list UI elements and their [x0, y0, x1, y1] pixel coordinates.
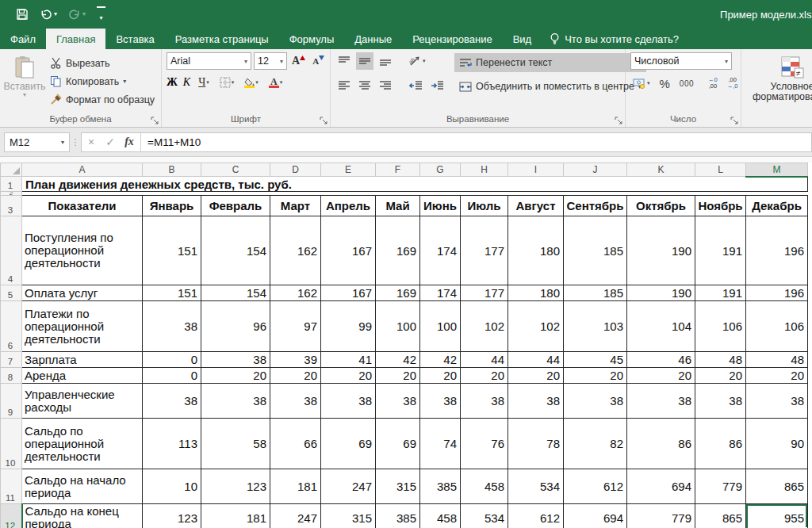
italic-button[interactable]: К — [183, 76, 190, 89]
cell-F12[interactable]: 385 — [376, 504, 420, 528]
selected-cell-M12[interactable]: 955 — [746, 504, 808, 528]
tab-page-layout[interactable]: Разметка страницы — [165, 29, 279, 49]
wrap-text-button[interactable]: Перенести текст — [454, 53, 646, 72]
cell-M4[interactable]: 196 — [746, 216, 808, 285]
percent-style-button[interactable]: % — [657, 76, 672, 90]
cell-H5[interactable]: 177 — [461, 285, 508, 301]
align-left-button[interactable] — [335, 77, 353, 94]
font-dialog-launcher[interactable] — [320, 117, 327, 124]
cell-D7[interactable]: 39 — [270, 352, 321, 368]
redo-button[interactable]: ▾ — [68, 9, 86, 21]
row-header-5[interactable]: 5 — [1, 285, 22, 301]
row-header-4[interactable]: 4 — [1, 216, 22, 285]
increase-indent-button[interactable] — [428, 77, 446, 94]
column-header-G[interactable]: G — [420, 163, 461, 177]
orientation-button[interactable]: ab ▾ — [407, 52, 428, 70]
cell-C7[interactable]: 38 — [201, 352, 270, 368]
column-header-A[interactable]: A — [22, 163, 143, 177]
cell-A8[interactable]: Аренда — [22, 368, 143, 384]
cell-A6[interactable]: Платежи по операционной деятельности — [22, 301, 143, 352]
cell-H9[interactable]: 38 — [461, 384, 508, 419]
cell-D4[interactable]: 162 — [270, 216, 321, 285]
cell-E8[interactable]: 20 — [321, 368, 376, 384]
bold-button[interactable]: Ж — [167, 76, 178, 89]
font-name-select[interactable]: Arial ▾ — [167, 52, 251, 70]
cell-M5[interactable]: 196 — [746, 285, 808, 301]
column-header-L[interactable]: L — [695, 163, 746, 177]
insert-function-button[interactable]: fx — [120, 136, 139, 148]
column-header-J[interactable]: J — [564, 163, 627, 177]
cell-E7[interactable]: 41 — [321, 352, 376, 368]
cell-H10[interactable]: 76 — [461, 419, 508, 469]
cell-L12[interactable]: 865 — [695, 504, 746, 528]
column-header-K[interactable]: K — [627, 163, 695, 177]
cell-F8[interactable]: 20 — [376, 368, 420, 384]
row-header-1[interactable]: 1 — [1, 177, 22, 192]
tab-home[interactable]: Главная — [46, 29, 105, 49]
row-header-6[interactable]: 6 — [1, 301, 22, 352]
cell-G10[interactable]: 74 — [420, 419, 461, 469]
tab-data[interactable]: Данные — [344, 29, 402, 49]
cell-C6[interactable]: 96 — [201, 301, 270, 352]
cell-J4[interactable]: 185 — [564, 216, 627, 285]
cell-C4[interactable]: 154 — [201, 216, 270, 285]
cell-H8[interactable]: 20 — [461, 368, 508, 384]
cell-K11[interactable]: 694 — [627, 469, 695, 504]
cell-L10[interactable]: 86 — [695, 419, 746, 469]
cell-J11[interactable]: 612 — [564, 469, 627, 504]
customize-qat-button[interactable]: ▾ — [97, 6, 105, 23]
tell-me-box[interactable]: Что вы хотите сделать? — [542, 29, 687, 49]
cell-G11[interactable]: 385 — [420, 469, 461, 504]
row-header-10[interactable]: 10 — [1, 419, 22, 469]
cell-I3[interactable]: Август — [508, 196, 564, 216]
cell-B7[interactable]: 0 — [143, 352, 201, 368]
cell-D9[interactable]: 38 — [270, 384, 321, 419]
currency-format-button[interactable]: ▾ — [630, 76, 653, 90]
cell-E9[interactable]: 38 — [321, 384, 376, 419]
decrease-decimal-button[interactable]: ,00 →,0 — [725, 76, 741, 90]
cell-H7[interactable]: 44 — [461, 352, 508, 368]
cell-C11[interactable]: 123 — [201, 469, 270, 504]
name-box[interactable]: M12 ▾ — [4, 132, 70, 152]
cell-I9[interactable]: 38 — [508, 384, 564, 419]
row-header-3[interactable]: 3 — [1, 196, 22, 216]
cell-G9[interactable]: 38 — [420, 384, 461, 419]
undo-button[interactable]: ▾ — [40, 9, 57, 21]
cell-F6[interactable]: 100 — [376, 301, 420, 352]
cell-J12[interactable]: 694 — [564, 504, 627, 528]
column-header-B[interactable]: B — [143, 163, 201, 177]
cell-J3[interactable]: Сентябрь — [564, 196, 627, 216]
tab-review[interactable]: Рецензирование — [402, 29, 502, 49]
align-right-button[interactable] — [377, 77, 394, 94]
increase-font-button[interactable]: А — [289, 52, 308, 70]
decrease-font-button[interactable]: А — [310, 52, 327, 70]
cell-A4[interactable]: Поступления по операционной деятельности — [22, 216, 143, 285]
column-header-E[interactable]: E — [321, 163, 376, 177]
cell-D11[interactable]: 181 — [270, 469, 321, 504]
cell-M6[interactable]: 106 — [746, 301, 808, 352]
cell-K4[interactable]: 190 — [627, 216, 695, 285]
cell-E10[interactable]: 69 — [321, 419, 376, 469]
cell-G3[interactable]: Июнь — [420, 196, 461, 216]
cell-G5[interactable]: 174 — [420, 285, 461, 301]
cell-H11[interactable]: 458 — [461, 469, 508, 504]
cell-B5[interactable]: 151 — [143, 285, 201, 301]
cell-B11[interactable]: 10 — [143, 469, 201, 504]
comma-style-button[interactable]: 000 — [677, 76, 696, 90]
cell-D5[interactable]: 162 — [270, 285, 321, 301]
cell-C9[interactable]: 38 — [201, 384, 270, 419]
conditional-formatting-button[interactable]: ≠ Условное форматирование — [753, 52, 812, 113]
cell-E6[interactable]: 99 — [321, 301, 376, 352]
cell-F7[interactable]: 42 — [376, 352, 420, 368]
cell-E11[interactable]: 247 — [321, 469, 376, 504]
cell-M11[interactable]: 865 — [746, 469, 808, 504]
cell-A5[interactable]: Оплата услуг — [22, 285, 143, 301]
borders-button[interactable]: ▾ — [217, 75, 237, 90]
cell-D12[interactable]: 247 — [270, 504, 321, 528]
cell-F5[interactable]: 169 — [376, 285, 420, 301]
cell-L7[interactable]: 48 — [695, 352, 746, 368]
cell-I4[interactable]: 180 — [508, 216, 564, 285]
formula-input[interactable]: =M11+M10 — [143, 136, 201, 148]
cell-I12[interactable]: 612 — [508, 504, 564, 528]
cell-G7[interactable]: 42 — [420, 352, 461, 368]
